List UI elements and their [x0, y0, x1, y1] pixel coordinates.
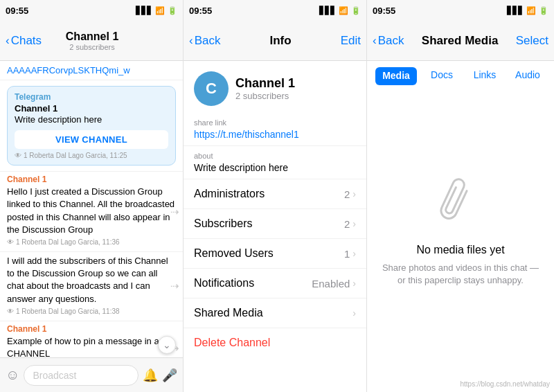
empty-desc: Share photos and videos in this chat — o… — [381, 262, 540, 287]
back-label-1: Chats — [11, 34, 42, 48]
signal-icon: ▋▋▋ — [319, 6, 336, 15]
subscribers-value: 2 — [344, 218, 350, 230]
channel-header: C Channel 1 2 subscribers — [184, 61, 366, 113]
edit-button[interactable]: Edit — [341, 34, 361, 48]
chevron-icon: › — [352, 218, 356, 229]
tab-audio-label: Audio — [515, 69, 540, 80]
view-channel-button[interactable]: VIEW CHANNEL — [15, 130, 168, 149]
notifications-label: Notifications — [194, 277, 254, 289]
panel2-header: 09:55 ▋▋▋ 📶 🔋 ‹ Back Info Edit — [184, 0, 366, 61]
chevron-icon: › — [352, 248, 356, 259]
chevron-icon: › — [352, 278, 356, 289]
tab-audio[interactable]: Audio — [507, 64, 548, 89]
meta-text: 1 Roberta Dal Lago Garcia, 11:38 — [16, 308, 120, 315]
bell-icon[interactable]: 🔔 — [143, 368, 158, 383]
panel1-title: Channel 1 2 subscribers — [42, 30, 143, 51]
msg-meta: 👁 1 Roberta Dal Lago Garcia, 11:38 — [7, 308, 176, 315]
sender-label: Channel 1 — [7, 324, 176, 334]
channel-avatar: C — [194, 71, 229, 106]
input-bar: ☺ Broadcast 🔔 🎤 — [0, 357, 183, 392]
chevron-down-icon: ⌄ — [163, 339, 171, 350]
scroll-down-button[interactable]: ⌄ — [158, 336, 176, 354]
tab-docs[interactable]: Docs — [421, 64, 463, 89]
subscribers-right: 2 › — [344, 218, 356, 230]
info-content: C Channel 1 2 subscribers share link htt… — [184, 61, 366, 392]
back-button-3[interactable]: ‹ Back — [373, 34, 404, 48]
about-label: about — [194, 152, 356, 160]
panel3-title: Shared Media — [404, 34, 515, 48]
tab-docs-label: Docs — [431, 69, 453, 80]
nav-bar-3: ‹ Back Shared Media Select — [367, 21, 554, 60]
signal-icon: ▋▋▋ — [507, 6, 524, 15]
administrators-right: 2 › — [344, 188, 356, 200]
time-2: 09:55 — [189, 6, 212, 16]
back-button-1[interactable]: ‹ Chats — [6, 34, 42, 48]
chevron-icon: › — [352, 188, 356, 199]
forward-icon[interactable]: ⇢ — [170, 206, 179, 218]
back-chevron-icon: ‹ — [6, 34, 10, 48]
list-item[interactable]: Channel 1 Example of how to pin a messag… — [0, 321, 183, 357]
chat-list: AAAAAFRCorvpLSKTHQmi_w Telegram Channel … — [0, 61, 183, 357]
select-button[interactable]: Select — [516, 34, 548, 48]
msg-body: I will add the subscribers of this Chann… — [7, 255, 176, 305]
status-bar-2: 09:55 ▋▋▋ 📶 🔋 — [184, 0, 366, 21]
chevron-icon: › — [352, 308, 356, 319]
tab-links[interactable]: Links — [464, 64, 506, 89]
broadcast-input[interactable]: Broadcast — [24, 365, 138, 386]
administrators-value: 2 — [344, 188, 350, 200]
tab-media-label: Media — [382, 70, 410, 81]
administrators-label: Administrators — [194, 188, 265, 200]
shared-media-label: Shared Media — [194, 307, 263, 319]
info-panel: 09:55 ▋▋▋ 📶 🔋 ‹ Back Info Edit C Channel… — [184, 0, 367, 392]
msg-meta: 👁 1 Roberta Dal Lago Garcia, 11:36 — [7, 238, 176, 246]
notifications-right: Enabled › — [312, 278, 356, 289]
msg-meta: 👁 1 Roberta Dal Lago Garcia, 11:25 — [15, 152, 168, 159]
list-item[interactable]: Channel 1 Hello I just created a Discuss… — [0, 172, 183, 252]
nav-bar-2: ‹ Back Info Edit — [184, 21, 366, 60]
battery-icon: 🔋 — [168, 6, 177, 15]
share-link-value[interactable]: https://t.me/thischannel1 — [194, 129, 356, 140]
msg-body: Example of how to pin a message in a CHA… — [7, 335, 176, 357]
paperclip-icon — [430, 172, 490, 239]
battery-icon: 🔋 — [351, 6, 361, 15]
wifi-icon: 📶 — [339, 6, 348, 15]
nav-bar-1: ‹ Chats Channel 1 2 subscribers — [0, 21, 183, 60]
removed-users-right: 1 › — [344, 248, 356, 260]
delete-channel-button[interactable]: Delete Channel — [194, 337, 270, 349]
shared-media-panel: 09:55 ▋▋▋ 📶 🔋 ‹ Back Shared Media Select… — [367, 0, 554, 392]
status-bar-3: 09:55 ▋▋▋ 📶 🔋 — [367, 0, 554, 21]
emoji-icon[interactable]: ☺ — [6, 367, 19, 383]
eye-icon: 👁 — [15, 152, 21, 159]
eye-icon: 👁 — [7, 238, 14, 246]
subscribers-row[interactable]: Subscribers 2 › — [184, 209, 366, 239]
status-icons-1: ▋▋▋ 📶 🔋 — [136, 6, 177, 15]
panel1-header: 09:55 ▋▋▋ 📶 🔋 ‹ Chats Channel 1 2 subscr… — [0, 0, 183, 61]
administrators-row[interactable]: Administrators 2 › — [184, 179, 366, 209]
input-placeholder: Broadcast — [33, 370, 76, 381]
tab-media[interactable]: Media — [375, 67, 417, 85]
shared-media-right: › — [352, 308, 356, 319]
shared-media-row[interactable]: Shared Media › — [184, 299, 366, 328]
status-icons-3: ▋▋▋ 📶 🔋 — [507, 6, 548, 15]
list-item[interactable]: AAAAAFRCorvpLSKTHQmi_w — [0, 61, 183, 80]
notifications-row[interactable]: Notifications Enabled › — [184, 269, 366, 299]
back-button-2[interactable]: ‹ Back — [189, 34, 220, 48]
watermark: https://blog.csdn.net/whatday — [460, 380, 550, 388]
channel-name-promo: Channel 1 — [15, 103, 168, 114]
list-item[interactable]: Telegram Channel 1 Write description her… — [0, 80, 183, 172]
forward-icon[interactable]: ⇢ — [170, 280, 179, 292]
empty-title: No media files yet — [416, 244, 504, 256]
time-1: 09:55 — [6, 6, 28, 16]
removed-users-row[interactable]: Removed Users 1 › — [184, 239, 366, 269]
list-item[interactable]: I will add the subscribers of this Chann… — [0, 252, 183, 321]
tab-links-label: Links — [474, 69, 497, 80]
media-empty-state: No media files yet Share photos and vide… — [367, 91, 554, 374]
channel-name: Channel 1 — [235, 76, 295, 91]
removed-users-label: Removed Users — [194, 247, 274, 260]
microphone-icon[interactable]: 🎤 — [162, 368, 177, 383]
back-chevron-icon: ‹ — [189, 34, 193, 48]
media-tabs: Media Docs Links Audio — [367, 61, 554, 91]
watermark-row: https://blog.csdn.net/whatday — [367, 374, 554, 392]
sender-label: Channel 1 — [7, 175, 176, 184]
channel-name-block: Channel 1 2 subscribers — [235, 76, 295, 101]
